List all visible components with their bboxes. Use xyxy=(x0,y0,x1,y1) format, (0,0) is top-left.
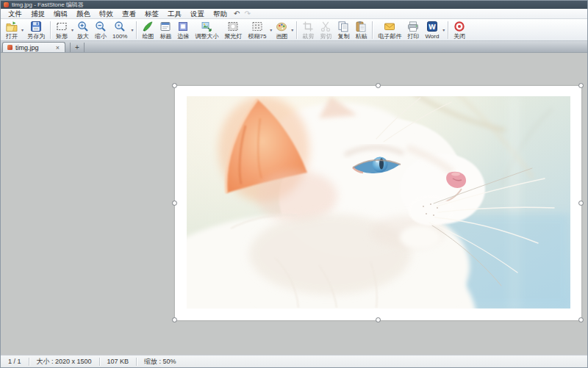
selection-handle-mid-left[interactable] xyxy=(172,201,177,206)
close-button[interactable]: 关闭 xyxy=(451,20,468,40)
selection-handle-top-center[interactable] xyxy=(376,83,381,88)
toolbar-separator xyxy=(448,21,448,39)
menu-effects[interactable]: 特效 xyxy=(95,9,118,18)
caption-icon xyxy=(159,21,171,32)
rect-select-icon xyxy=(56,21,68,32)
paste-icon xyxy=(355,21,367,32)
spotlight-icon xyxy=(227,21,239,32)
file-size: 107 KB xyxy=(100,358,137,365)
edge-icon xyxy=(177,21,189,32)
window-title: timg.jpg - FastStone 编辑器 xyxy=(12,1,84,9)
selection-handle-bottom-left[interactable] xyxy=(172,317,177,322)
rect-select-button[interactable]: 矩形 ▾ xyxy=(53,20,74,40)
print-icon xyxy=(407,21,419,32)
zoom-out-button[interactable]: 缩小 xyxy=(92,20,110,40)
redo-icon[interactable]: ↷ xyxy=(242,10,252,18)
dropdown-arrow-icon[interactable]: ▾ xyxy=(21,27,24,32)
tab-close-icon[interactable]: × xyxy=(55,44,60,51)
paint-icon xyxy=(276,21,287,32)
menu-tag[interactable]: 标签 xyxy=(140,9,163,18)
toolbar: 打开 ▾ 另存为 矩形 ▾ 放大 缩小 xyxy=(1,19,587,41)
selection-handle-top-left[interactable] xyxy=(172,83,177,88)
blur-button[interactable]: 模糊75 ▾ xyxy=(245,20,273,40)
selection-handle-bottom-right[interactable] xyxy=(578,317,584,322)
dropdown-arrow-icon[interactable]: ▾ xyxy=(270,27,272,32)
tab-timg-jpg[interactable]: timg.jpg × xyxy=(2,42,65,52)
resize-icon xyxy=(201,21,212,32)
app-window: timg.jpg - FastStone 编辑器 文件 捕捉 编辑 颜色 特效 … xyxy=(0,0,588,368)
zoom-in-icon xyxy=(77,21,89,32)
caption-button[interactable]: 标题 xyxy=(157,20,174,40)
zoom-level: 缩放 : 50% xyxy=(137,357,184,367)
status-bar: 1 / 1 大小 : 2020 x 1500 107 KB 缩放 : 50% xyxy=(1,355,587,367)
cut-icon xyxy=(320,21,331,32)
menu-tools[interactable]: 工具 xyxy=(163,9,186,18)
word-button[interactable]: W Word ▾ xyxy=(422,20,445,40)
open-button[interactable]: 打开 ▾ xyxy=(3,20,24,40)
editor-canvas[interactable] xyxy=(1,53,587,355)
cat-photo[interactable] xyxy=(187,96,570,309)
email-button[interactable]: 电子邮件 xyxy=(375,20,404,40)
app-icon xyxy=(4,2,9,7)
toolbar-separator xyxy=(50,21,51,39)
dropdown-arrow-icon[interactable]: ▾ xyxy=(71,27,74,32)
crop-icon xyxy=(302,21,314,32)
toolbar-separator xyxy=(372,21,373,39)
menu-view[interactable]: 查看 xyxy=(118,9,140,18)
selection-handle-top-right[interactable] xyxy=(578,83,584,88)
open-folder-icon xyxy=(6,21,18,32)
save-icon xyxy=(30,21,42,32)
copy-button[interactable]: 复制 xyxy=(334,20,352,40)
menu-help[interactable]: 帮助 xyxy=(209,9,232,18)
save-as-button[interactable]: 另存为 xyxy=(24,20,48,40)
draw-button[interactable]: 绘图 xyxy=(139,20,157,40)
spotlight-button[interactable]: 聚光灯 xyxy=(221,20,245,40)
crop-button: 裁剪 xyxy=(299,20,317,40)
copy-icon xyxy=(337,21,349,32)
photo-selection-frame[interactable] xyxy=(175,86,581,320)
resize-button[interactable]: 调整大小 xyxy=(192,20,221,40)
paste-button[interactable]: 粘贴 xyxy=(352,20,370,40)
toolbar-separator xyxy=(296,21,297,39)
cut-button: 剪切 xyxy=(317,20,334,40)
blur-icon xyxy=(251,21,263,32)
menu-color[interactable]: 颜色 xyxy=(72,9,95,18)
menu-settings[interactable]: 设置 xyxy=(186,9,209,18)
dropdown-arrow-icon[interactable]: ▾ xyxy=(442,27,445,32)
svg-text:W: W xyxy=(429,23,436,30)
undo-icon[interactable]: ↶ xyxy=(232,10,242,18)
image-file-icon xyxy=(7,45,12,50)
menu-bar: 文件 捕捉 编辑 颜色 特效 查看 标签 工具 设置 帮助 ↶ ↷ xyxy=(1,9,587,19)
zoom-in-button[interactable]: 放大 xyxy=(74,20,92,40)
edge-button[interactable]: 边缘 xyxy=(174,20,192,40)
close-icon xyxy=(453,21,465,32)
dropdown-arrow-icon[interactable]: ▾ xyxy=(131,27,133,32)
zoom-100-button[interactable]: 100% ▾ xyxy=(110,20,134,40)
toolbar-separator xyxy=(136,21,137,39)
paint-button[interactable]: 画图 ▾ xyxy=(273,20,294,40)
page-indicator: 1 / 1 xyxy=(1,358,29,365)
menu-edit[interactable]: 编辑 xyxy=(49,9,72,18)
zoom-100-icon xyxy=(114,21,126,32)
print-button[interactable]: 打印 xyxy=(404,20,422,40)
selection-handle-bottom-center[interactable] xyxy=(376,317,381,322)
menu-file[interactable]: 文件 xyxy=(4,9,26,18)
dropdown-arrow-icon[interactable]: ▾ xyxy=(291,27,293,32)
image-size: 大小 : 2020 x 1500 xyxy=(29,357,99,367)
word-icon: W xyxy=(426,21,438,32)
draw-icon xyxy=(142,21,154,32)
menu-capture[interactable]: 捕捉 xyxy=(26,9,49,18)
title-bar: timg.jpg - FastStone 编辑器 xyxy=(1,1,587,9)
tab-strip: timg.jpg × + xyxy=(1,41,587,53)
selection-handle-mid-right[interactable] xyxy=(578,201,584,206)
email-icon xyxy=(384,21,395,32)
zoom-out-icon xyxy=(95,21,107,32)
new-tab-button[interactable]: + xyxy=(70,43,85,52)
tab-label: timg.jpg xyxy=(15,44,49,51)
